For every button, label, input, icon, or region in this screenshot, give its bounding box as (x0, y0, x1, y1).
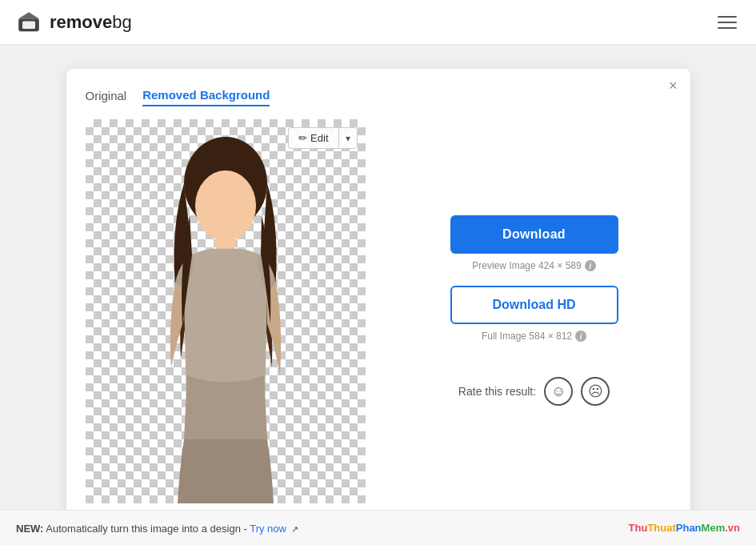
rate-label: Rate this result: (458, 385, 536, 398)
sad-face-icon: ☹ (588, 383, 603, 400)
watermark-mem: Mem (702, 522, 726, 534)
close-button[interactable]: × (669, 78, 678, 93)
preview-info: Preview Image 424 × 589 i (472, 260, 595, 271)
watermark: ThuThuatPhanMem.vn (629, 522, 740, 534)
tab-original[interactable]: Original (86, 85, 127, 106)
preview-info-icon[interactable]: i (585, 260, 596, 271)
svg-point-4 (195, 170, 256, 241)
happy-face-icon: ☺ (551, 383, 566, 400)
edit-button-container: ✏ Edit ▾ (288, 127, 357, 149)
thumbs-down-button[interactable]: ☹ (581, 377, 610, 406)
external-link-icon: ↗ (291, 524, 298, 534)
bottom-bar: NEW: Automatically turn this image into … (0, 510, 756, 545)
download-button[interactable]: Download (450, 215, 618, 254)
logo-area: removebg (16, 10, 132, 35)
edit-dropdown-button[interactable]: ▾ (338, 127, 358, 149)
try-now-link[interactable]: Try now (250, 523, 286, 535)
tabs-container: Original Removed Background (86, 85, 671, 106)
svg-marker-1 (18, 12, 39, 18)
hamburger-bar-3 (718, 27, 737, 29)
image-preview-container: ✏ Edit ▾ (86, 119, 366, 503)
download-hd-button[interactable]: Download HD (450, 286, 618, 324)
watermark-thu: Thu (629, 522, 648, 534)
thumbs-up-button[interactable]: ☺ (544, 377, 573, 406)
person-svg (146, 135, 306, 503)
new-label: NEW: Automatically turn this image into … (16, 523, 298, 535)
tab-removed-background[interactable]: Removed Background (142, 85, 270, 106)
main-content: × Original Removed Background (0, 45, 756, 543)
content-area: ✏ Edit ▾ Download Preview Image 424 × 58… (86, 119, 671, 519)
watermark-dot-vn: .vn (725, 522, 740, 534)
watermark-thuat: Thuat (647, 522, 675, 534)
header: removebg (0, 0, 756, 45)
rate-area: Rate this result: ☺ ☹ (458, 377, 610, 406)
hamburger-bar-2 (718, 22, 737, 23)
bottom-message: NEW: Automatically turn this image into … (16, 521, 298, 535)
right-panel: Download Preview Image 424 × 589 i Downl… (398, 119, 671, 406)
full-info-icon[interactable]: i (575, 331, 586, 342)
logo-icon (16, 10, 42, 35)
person-cutout (146, 135, 306, 503)
svg-rect-2 (22, 21, 35, 29)
hamburger-menu-button[interactable] (714, 13, 740, 32)
hamburger-bar-1 (718, 16, 737, 18)
watermark-phan: Phan (676, 522, 702, 534)
edit-button[interactable]: ✏ Edit (288, 127, 338, 149)
logo-text: removebg (50, 12, 132, 33)
full-image-info: Full Image 584 × 812 i (482, 331, 586, 342)
result-card: × Original Removed Background (66, 69, 690, 519)
